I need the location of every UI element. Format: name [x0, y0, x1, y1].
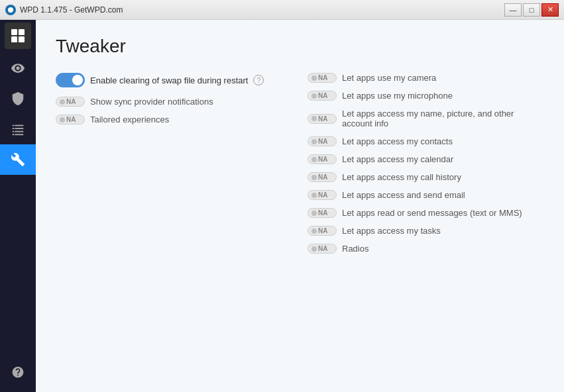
na-dot-radios — [311, 246, 317, 252]
na-label-contacts: Let apps access my contacts — [342, 136, 453, 146]
na-label-call-history: Let apps access my call history — [342, 172, 461, 182]
titlebar-controls: — □ ✕ — [504, 3, 559, 17]
right-column: NA Let apps use my camera NA Let apps us… — [308, 73, 544, 262]
na-text-calendar: NA — [318, 156, 327, 163]
na-label-tailored: Tailored experiences — [90, 115, 169, 124]
svg-rect-11 — [13, 134, 15, 135]
na-row-sync: NA Show sync provider notifications — [56, 97, 308, 107]
na-badge-messages: NA — [308, 208, 337, 218]
na-text-call-history: NA — [318, 173, 327, 181]
na-badge-camera: NA — [308, 73, 337, 83]
na-row-camera: NA Let apps use my camera — [308, 73, 544, 83]
na-dot-email — [311, 193, 317, 198]
na-badge-calendar: NA — [308, 154, 337, 164]
na-text-radios: NA — [318, 245, 327, 252]
sidebar-item-eye[interactable] — [0, 53, 36, 83]
na-label-calendar: Let apps access my calendar — [342, 154, 453, 164]
na-dot-tailored — [60, 117, 65, 122]
svg-rect-6 — [15, 125, 23, 126]
main-content: Tweaker Enable clearing of swap file dur… — [36, 20, 564, 392]
na-dot-camera — [311, 75, 317, 81]
na-text-name: NA — [318, 115, 327, 122]
na-dot-call-history — [311, 175, 317, 180]
na-badge-radios: NA — [308, 244, 337, 254]
na-label-name: Let apps access my name, picture, and ot… — [342, 109, 544, 128]
svg-rect-2 — [19, 29, 25, 35]
close-button[interactable]: ✕ — [541, 3, 559, 17]
na-text-messages: NA — [318, 209, 327, 217]
na-badge-name: NA — [308, 114, 337, 124]
svg-rect-9 — [13, 131, 15, 132]
na-dot-name — [311, 116, 317, 121]
titlebar-left: WPD 1.1.475 - GetWPD.com — [5, 5, 123, 15]
titlebar-title: WPD 1.1.475 - GetWPD.com — [20, 5, 123, 15]
sidebar-item-help[interactable] — [5, 359, 31, 385]
na-row-calendar: NA Let apps access my calendar — [308, 154, 544, 164]
page-title: Tweaker — [56, 36, 544, 57]
na-row-contacts: NA Let apps access my contacts — [308, 136, 544, 146]
maximize-button[interactable]: □ — [523, 3, 540, 17]
svg-rect-4 — [19, 36, 25, 42]
svg-rect-10 — [15, 131, 23, 132]
toggle-swap-label: Enable clearing of swap file during rest… — [90, 75, 248, 85]
na-badge-microphone: NA — [308, 91, 337, 101]
na-row-microphone: NA Let apps use my microphone — [308, 91, 544, 101]
na-text-email: NA — [318, 191, 327, 199]
na-text-camera: NA — [318, 74, 327, 81]
na-dot-messages — [311, 211, 317, 216]
svg-rect-7 — [13, 128, 15, 129]
svg-rect-5 — [13, 125, 15, 126]
na-text-contacts: NA — [318, 138, 327, 145]
titlebar: WPD 1.1.475 - GetWPD.com — □ ✕ — [0, 0, 564, 20]
na-label-messages: Let apps read or send messages (text or … — [342, 208, 522, 218]
svg-rect-1 — [11, 29, 17, 35]
na-badge-email: NA — [308, 190, 337, 200]
na-dot — [60, 99, 65, 105]
sidebar — [0, 20, 36, 392]
na-badge-tailored: NA — [56, 115, 85, 124]
minimize-button[interactable]: — — [504, 3, 522, 17]
na-dot-calendar — [311, 157, 317, 162]
sidebar-item-shield[interactable] — [0, 83, 36, 114]
app-container: Tweaker Enable clearing of swap file dur… — [0, 20, 564, 392]
na-text-tailored: NA — [66, 116, 76, 123]
na-row-messages: NA Let apps read or send messages (text … — [308, 208, 544, 218]
na-label-radios: Radios — [342, 244, 368, 254]
na-dot-microphone — [311, 93, 317, 99]
na-badge-call-history: NA — [308, 172, 337, 182]
na-badge-sync: NA — [56, 97, 85, 107]
app-icon — [5, 5, 16, 15]
svg-point-0 — [8, 7, 13, 13]
na-row-tailored: NA Tailored experiences — [56, 115, 308, 124]
sidebar-item-tweaker[interactable] — [0, 144, 36, 175]
na-row-radios: NA Radios — [308, 244, 544, 254]
svg-rect-12 — [15, 134, 23, 135]
na-label-microphone: Let apps use my microphone — [342, 91, 453, 101]
toggle-swap-file[interactable] — [56, 73, 85, 87]
na-label-camera: Let apps use my camera — [342, 73, 436, 83]
na-badge-contacts: NA — [308, 136, 337, 146]
toggle-row-swap: Enable clearing of swap file during rest… — [56, 73, 308, 87]
help-icon-swap[interactable]: ? — [253, 75, 264, 85]
na-text-microphone: NA — [318, 92, 327, 99]
left-column: Enable clearing of swap file during rest… — [56, 73, 308, 262]
na-row-name: NA Let apps access my name, picture, and… — [308, 109, 544, 128]
na-row-email: NA Let apps access and send email — [308, 190, 544, 200]
na-label-tasks: Let apps access my tasks — [342, 226, 441, 236]
two-column-layout: Enable clearing of swap file during rest… — [56, 73, 544, 262]
na-text: NA — [66, 98, 76, 105]
na-text-tasks: NA — [318, 227, 327, 234]
svg-rect-8 — [15, 128, 23, 129]
na-dot-tasks — [311, 228, 317, 234]
na-row-call-history: NA Let apps access my call history — [308, 172, 544, 182]
na-label-sync: Show sync provider notifications — [90, 97, 213, 107]
na-label-email: Let apps access and send email — [342, 190, 465, 200]
na-dot-contacts — [311, 139, 317, 144]
na-row-tasks: NA Let apps access my tasks — [308, 226, 544, 236]
na-badge-tasks: NA — [308, 226, 337, 236]
sidebar-item-list[interactable] — [0, 114, 36, 144]
svg-rect-3 — [11, 36, 17, 42]
sidebar-logo — [5, 23, 31, 49]
